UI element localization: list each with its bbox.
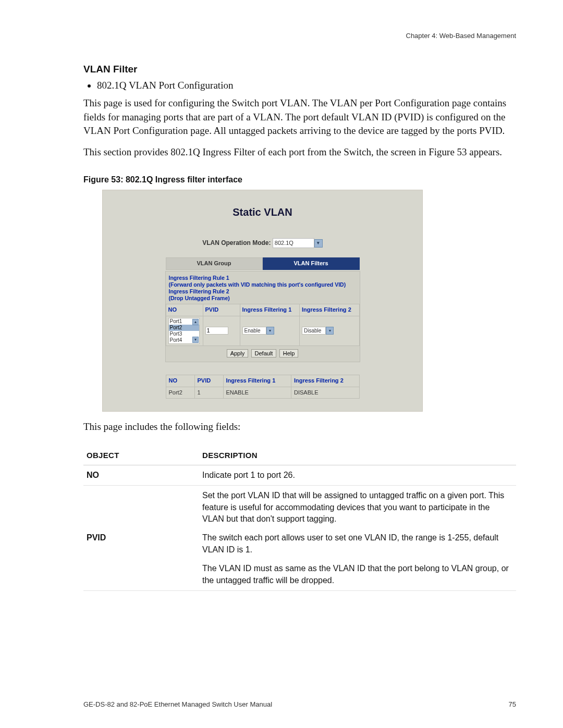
rule1-title: Ingress Filtering Rule 1 [169,275,357,281]
col-pvid: PVID [203,304,240,316]
desc-header: DESCRIPTION [199,446,516,465]
table-row: NO Indicate port 1 to port 26. [83,465,516,485]
footer-page-number: 75 [509,700,516,709]
if2-dropdown[interactable]: Disable ▾ [302,327,334,335]
if1-cell: Enable ▾ [240,316,300,346]
filter-config-table: NO PVID Ingress Filtering 1 Ingress Filt… [166,304,360,346]
embedded-screenshot: Static VLAN VLAN Operation Mode: 802.1Q▾… [102,190,423,412]
vlan-filter-config-panel: Ingress Filtering Rule 1 (Forward only p… [165,271,360,363]
res-col-if1: Ingress Filtering 1 [223,375,291,387]
bullet-item: 802.1Q VLAN Port Configuration [97,79,516,93]
res-col-no: NO [166,375,194,387]
pvid-cell [203,316,240,346]
rule2-desc: (Drop Untagged Frame) [169,295,357,302]
desc-paragraph: The VLAN ID must as same as the VLAN ID … [202,563,513,586]
port-listbox-cell: ▴ Port1 Port2 Port3 Port4 ▾ [166,316,203,346]
obj-header: OBJECT [83,446,199,465]
help-button[interactable]: Help [279,349,299,357]
desc-paragraph: The switch each port allows user to set … [202,532,513,556]
rule2-title: Ingress Filtering Rule 2 [169,288,357,295]
chevron-down-icon[interactable]: ▾ [326,327,334,335]
ingress-rule-text: Ingress Filtering Rule 1 (Forward only p… [166,272,360,304]
apply-button[interactable]: Apply [227,349,249,357]
col-no: NO [166,304,203,316]
body-paragraph-2: This section provides 802.1Q Ingress Fil… [83,145,516,159]
op-mode-label: VLAN Operation Mode: [202,239,271,246]
chevron-down-icon[interactable]: ▾ [266,327,274,335]
tab-vlan-filters[interactable]: VLAN Filters [263,257,360,269]
bullet-list: 802.1Q VLAN Port Configuration [83,79,516,93]
pvid-input[interactable] [205,327,228,335]
res-pvid: 1 [194,387,223,398]
footer-manual-title: GE-DS-82 and 82-PoE Ethernet Managed Swi… [83,700,272,709]
if1-dropdown[interactable]: Enable ▾ [242,327,274,335]
vlan-tabs: VLAN Group VLAN Filters [166,257,360,269]
running-header: Chapter 4: Web-Based Management [406,31,517,41]
res-if2: DISABLE [291,387,360,398]
if2-value: Disable [302,327,326,335]
res-col-pvid: PVID [194,375,223,387]
port-listbox[interactable]: ▴ Port1 Port2 Port3 Port4 ▾ [168,318,200,344]
default-button[interactable]: Default [251,349,277,357]
obj-cell: PVID [83,486,199,591]
vlan-op-mode-row: VLAN Operation Mode: 802.1Q▾ [103,238,422,248]
op-mode-select[interactable]: 802.1Q [273,238,314,248]
res-if1: ENABLE [223,387,291,398]
section-title: VLAN Filter [83,63,516,77]
after-figure-paragraph: This page includes the following fields: [83,420,516,434]
desc-cell: Set the port VLAN ID that will be assign… [199,486,516,591]
res-col-if2: Ingress Filtering 2 [291,375,360,387]
obj-cell: NO [83,465,199,485]
figure-caption: Figure 53: 802.1Q Ingress filter interfa… [83,174,516,186]
rule1-desc: (Forward only packets with VID matching … [169,281,357,288]
result-table: NO PVID Ingress Filtering 1 Ingress Filt… [166,375,360,399]
desc-cell: Indicate port 1 to port 26. [199,465,516,485]
button-row: Apply Default Help [166,346,360,362]
result-row: Port2 1 ENABLE DISABLE [166,387,359,398]
col-if2: Ingress Filtering 2 [300,304,360,316]
if2-cell: Disable ▾ [300,316,360,346]
desc-paragraph: Set the port VLAN ID that will be assign… [202,490,513,525]
object-description-table: OBJECT DESCRIPTION NO Indicate port 1 to… [83,446,516,591]
op-mode-dropdown-icon[interactable]: ▾ [314,239,323,248]
static-vlan-title: Static VLAN [103,205,422,219]
col-if1: Ingress Filtering 1 [240,304,300,316]
table-row: PVID Set the port VLAN ID that will be a… [83,486,516,591]
tab-vlan-group[interactable]: VLAN Group [166,257,263,269]
body-paragraph-1: This page is used for configuring the Sw… [83,96,516,138]
port-item-2[interactable]: Port2 [169,325,199,331]
res-port: Port2 [166,387,194,398]
listbox-down-icon[interactable]: ▾ [192,337,199,343]
listbox-up-icon[interactable]: ▴ [192,319,199,325]
if1-value: Enable [242,327,266,335]
